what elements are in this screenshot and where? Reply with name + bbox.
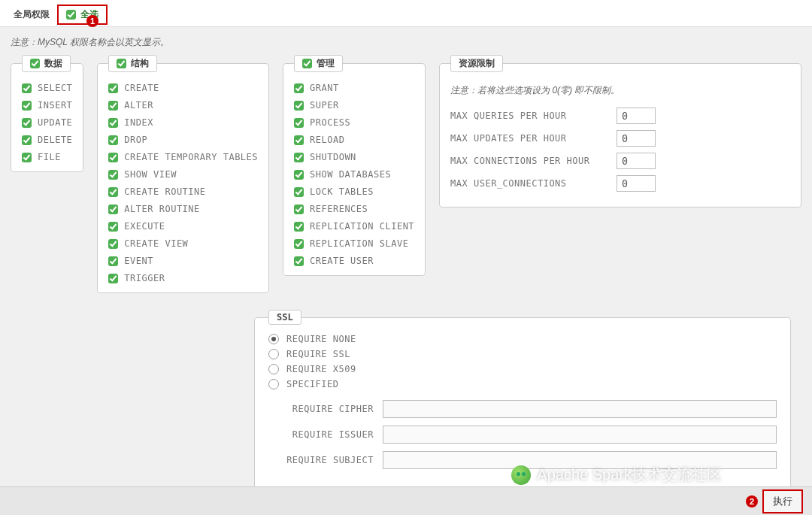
privilege-label: REPLICATION CLIENT xyxy=(310,221,414,232)
privilege-checkbox[interactable]: SELECT xyxy=(22,83,72,93)
group-data-title: 数据 xyxy=(44,57,62,70)
privilege-label: ALTER ROUTINE xyxy=(124,204,199,214)
privilege-checkbox[interactable]: EXECUTE xyxy=(108,221,258,232)
privilege-checkbox[interactable]: SHOW DATABASES xyxy=(294,169,414,180)
privilege-checkbox[interactable]: INDEX xyxy=(108,117,258,128)
check-icon xyxy=(294,239,304,249)
page-title: 全局权限 xyxy=(6,5,57,24)
ssl-field-label: REQUIRE SUBJECT xyxy=(268,455,374,465)
privilege-label: SHOW VIEW xyxy=(124,169,177,180)
privilege-checkbox[interactable]: CREATE VIEW xyxy=(108,238,258,249)
ssl-radio-label: REQUIRE SSL xyxy=(286,349,350,359)
resources-note: 注意：若将这些选项设为 0(零) 即不限制。 xyxy=(450,84,790,97)
privilege-label: SELECT xyxy=(38,83,72,93)
check-icon xyxy=(294,83,304,93)
resource-field: MAX CONNECTIONS PER HOUR xyxy=(450,153,790,169)
check-icon xyxy=(22,135,32,145)
privilege-checkbox[interactable]: CREATE ROUTINE xyxy=(108,186,258,197)
privilege-label: SUPER xyxy=(310,100,339,111)
group-data-legend[interactable]: 数据 xyxy=(22,55,71,72)
resource-field: MAX USER_CONNECTIONS xyxy=(450,175,790,192)
ssl-radio-option[interactable]: SPECIFIED xyxy=(268,379,777,389)
check-icon xyxy=(108,222,118,232)
privilege-checkbox[interactable]: REPLICATION CLIENT xyxy=(294,221,414,232)
group-admin-legend[interactable]: 管理 xyxy=(294,55,343,72)
privilege-checkbox[interactable]: SHUTDOWN xyxy=(294,152,414,162)
privilege-checkbox[interactable]: REPLICATION SLAVE xyxy=(294,238,414,249)
privilege-checkbox[interactable]: SHOW VIEW xyxy=(108,169,258,180)
privilege-checkbox[interactable]: EVENT xyxy=(108,256,258,266)
privilege-checkbox[interactable]: CREATE TEMPORARY TABLES xyxy=(108,152,258,162)
check-icon xyxy=(108,101,118,111)
privilege-checkbox[interactable]: UPDATE xyxy=(22,117,72,128)
resource-label: MAX USER_CONNECTIONS xyxy=(450,178,604,189)
execute-button[interactable]: 执行 xyxy=(762,489,803,513)
resource-label: MAX QUERIES PER HOUR xyxy=(450,111,604,121)
privilege-label: INSERT xyxy=(38,100,72,111)
privilege-checkbox[interactable]: TRIGGER xyxy=(108,273,258,283)
privileges-note: 注意：MySQL 权限名称会以英文显示。 xyxy=(0,27,812,55)
privilege-label: SHUTDOWN xyxy=(310,152,356,162)
radio-icon xyxy=(268,349,279,359)
select-all-checkbox[interactable]: 全选 xyxy=(57,5,108,25)
privilege-label: EXECUTE xyxy=(124,221,165,232)
privilege-label: EVENT xyxy=(124,256,153,266)
privilege-checkbox[interactable]: DELETE xyxy=(22,135,72,145)
privilege-checkbox[interactable]: FILE xyxy=(22,152,72,162)
ssl-radio-option[interactable]: REQUIRE SSL xyxy=(268,349,777,359)
resource-input[interactable] xyxy=(617,175,656,192)
privilege-checkbox[interactable]: CREATE xyxy=(108,83,258,93)
group-structure: 结构 CREATEALTERINDEXDROPCREATE TEMPORARY … xyxy=(97,55,269,293)
privilege-label: REFERENCES xyxy=(310,204,368,214)
privilege-checkbox[interactable]: PROCESS xyxy=(294,117,414,128)
privilege-checkbox[interactable]: RELOAD xyxy=(294,135,414,145)
privilege-label: SHOW DATABASES xyxy=(310,169,391,180)
privilege-checkbox[interactable]: CREATE USER xyxy=(294,256,414,266)
privilege-checkbox[interactable]: INSERT xyxy=(22,100,72,111)
check-icon xyxy=(30,59,40,68)
ssl-text-field: REQUIRE ISSUER xyxy=(268,426,777,444)
ssl-radio-option[interactable]: REQUIRE NONE xyxy=(268,334,777,344)
check-icon xyxy=(22,118,32,128)
resource-input[interactable] xyxy=(617,153,656,169)
privilege-checkbox[interactable]: LOCK TABLES xyxy=(294,186,414,197)
check-icon xyxy=(22,83,32,93)
ssl-field-input[interactable] xyxy=(383,451,777,469)
footer-bar: 2 执行 xyxy=(0,486,812,515)
privilege-checkbox[interactable]: GRANT xyxy=(294,83,414,93)
group-structure-legend[interactable]: 结构 xyxy=(108,55,157,72)
ssl-radio-option[interactable]: REQUIRE X509 xyxy=(268,364,777,374)
resource-label: MAX CONNECTIONS PER HOUR xyxy=(450,156,604,166)
privilege-label: INDEX xyxy=(124,117,153,128)
privilege-label: ALTER xyxy=(124,100,153,111)
radio-icon xyxy=(268,379,279,389)
ssl-radio-label: REQUIRE X509 xyxy=(286,364,356,374)
check-icon xyxy=(108,135,118,145)
check-icon xyxy=(294,101,304,111)
privilege-label: CREATE TEMPORARY TABLES xyxy=(124,152,258,162)
ssl-field-label: REQUIRE ISSUER xyxy=(268,429,374,440)
group-ssl: SSL REQUIRE NONEREQUIRE SSLREQUIRE X509S… xyxy=(254,310,791,491)
privilege-label: CREATE USER xyxy=(310,256,374,266)
privilege-checkbox[interactable]: ALTER ROUTINE xyxy=(108,204,258,214)
ssl-field-input[interactable] xyxy=(383,426,777,444)
privilege-label: REPLICATION SLAVE xyxy=(310,238,408,249)
privilege-label: DROP xyxy=(124,135,147,145)
check-icon xyxy=(108,187,118,197)
check-icon xyxy=(294,187,304,197)
resource-input[interactable] xyxy=(617,130,656,147)
ssl-field-input[interactable] xyxy=(383,400,777,418)
group-resources: 资源限制 注意：若将这些选项设为 0(零) 即不限制。 MAX QUERIES … xyxy=(439,55,801,208)
privilege-checkbox[interactable]: SUPER xyxy=(294,100,414,111)
privilege-checkbox[interactable]: ALTER xyxy=(108,100,258,111)
ssl-radio-label: REQUIRE NONE xyxy=(286,334,356,344)
check-icon xyxy=(108,83,118,93)
privilege-checkbox[interactable]: DROP xyxy=(108,135,258,145)
resource-input[interactable] xyxy=(617,108,656,124)
check-icon xyxy=(294,135,304,145)
group-structure-title: 结构 xyxy=(131,57,149,70)
check-icon xyxy=(294,256,304,266)
check-icon xyxy=(108,153,118,162)
ssl-text-field: REQUIRE SUBJECT xyxy=(268,451,777,469)
privilege-checkbox[interactable]: REFERENCES xyxy=(294,204,414,214)
